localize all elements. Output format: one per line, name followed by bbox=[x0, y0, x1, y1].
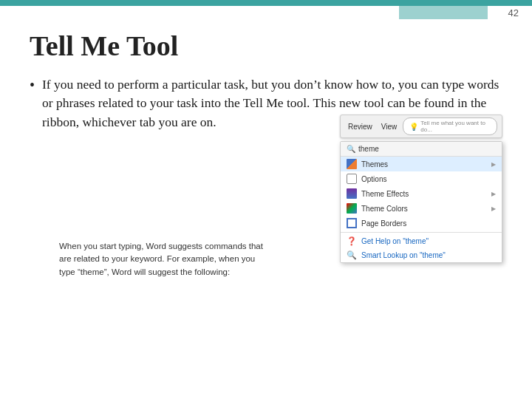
options-label: Options bbox=[361, 175, 496, 183]
colors-label: Theme Colors bbox=[361, 205, 487, 213]
ribbon-bar: Review View 💡 Tell me what you want to d… bbox=[340, 115, 502, 138]
effects-label: Theme Effects bbox=[361, 190, 487, 198]
dropdown-item-effects[interactable]: Theme Effects ▶ bbox=[341, 186, 502, 201]
smartlookup-label: Smart Lookup on "theme" bbox=[361, 251, 496, 259]
help-label: Get Help on "theme" bbox=[361, 237, 496, 245]
effects-arrow: ▶ bbox=[491, 191, 496, 197]
dropdown-item-borders[interactable]: Page Borders bbox=[341, 216, 502, 231]
deco-rect bbox=[399, 6, 488, 19]
dropdown-search-text: theme bbox=[358, 145, 379, 153]
dropdown-item-smartlookup[interactable]: 🔍 Smart Lookup on "theme" bbox=[341, 248, 502, 262]
smartlookup-icon: 🔍 bbox=[347, 250, 357, 260]
themes-icon bbox=[347, 159, 357, 169]
slide-page: 42 Tell Me Tool • If you need to perform… bbox=[0, 0, 532, 399]
tell-me-box[interactable]: 💡 Tell me what you want to do... bbox=[403, 117, 497, 135]
dropdown-item-colors[interactable]: Theme Colors ▶ bbox=[341, 201, 502, 216]
dropdown-item-themes[interactable]: Themes ▶ bbox=[341, 157, 502, 171]
themes-label: Themes bbox=[361, 160, 487, 168]
screenshot-area: Review View 💡 Tell me what you want to d… bbox=[340, 115, 502, 263]
colors-icon bbox=[347, 203, 357, 214]
ribbon-tab-view: View bbox=[378, 122, 400, 132]
dropdown-item-options[interactable]: Options bbox=[341, 171, 502, 186]
tell-me-placeholder: Tell me what you want to do... bbox=[420, 120, 491, 133]
dropdown-item-help[interactable]: ❓ Get Help on "theme" bbox=[341, 234, 502, 248]
dropdown-menu: 🔍 theme Themes ▶ Options Theme Effects ▶ bbox=[340, 141, 502, 263]
dropdown-search-icon: 🔍 bbox=[347, 145, 355, 153]
effects-icon bbox=[347, 188, 357, 199]
slide-title: Tell Me Tool bbox=[30, 30, 502, 62]
themes-arrow: ▶ bbox=[491, 161, 496, 168]
dropdown-separator bbox=[341, 232, 502, 233]
secondary-text: When you start typing, Word suggests com… bbox=[59, 240, 273, 279]
help-icon: ❓ bbox=[347, 236, 357, 246]
top-accent-bar bbox=[0, 0, 532, 6]
page-number: 42 bbox=[508, 7, 519, 18]
tell-me-icon: 💡 bbox=[409, 123, 418, 131]
options-icon bbox=[347, 174, 357, 184]
dropdown-search-row: 🔍 theme bbox=[341, 142, 502, 157]
colors-arrow: ▶ bbox=[491, 205, 496, 212]
bullet-dot: • bbox=[30, 77, 35, 94]
borders-icon bbox=[347, 218, 357, 228]
borders-label: Page Borders bbox=[361, 219, 496, 228]
ribbon-tab-review: Review bbox=[345, 122, 375, 132]
